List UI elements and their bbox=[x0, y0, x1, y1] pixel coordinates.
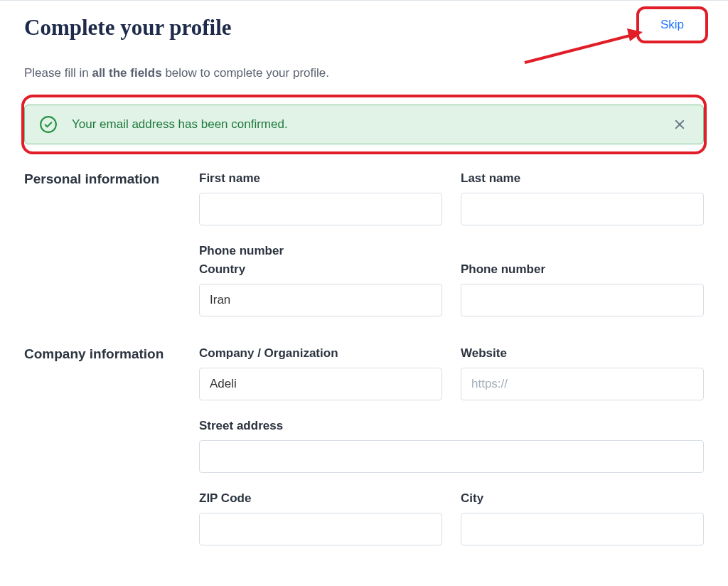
success-alert: Your email address has been confirmed. bbox=[24, 105, 704, 144]
first-name-label: First name bbox=[199, 171, 442, 186]
close-icon bbox=[673, 118, 686, 131]
skip-button[interactable]: Skip bbox=[641, 11, 704, 39]
zip-code-label: ZIP Code bbox=[199, 491, 442, 506]
check-circle-icon bbox=[39, 115, 58, 134]
company-input[interactable] bbox=[199, 368, 442, 400]
website-input[interactable] bbox=[461, 368, 704, 400]
city-input[interactable] bbox=[461, 513, 704, 545]
subheading-prefix: Please fill in bbox=[24, 66, 92, 80]
subheading-bold: all the fields bbox=[92, 66, 161, 80]
phone-number-label: Phone number bbox=[461, 262, 704, 277]
subheading-suffix: below to complete your profile. bbox=[162, 66, 329, 80]
svg-point-2 bbox=[41, 117, 56, 132]
page-title: Complete your profile bbox=[24, 15, 232, 41]
last-name-input[interactable] bbox=[461, 193, 704, 225]
section-title-personal: Personal information bbox=[24, 171, 199, 316]
zip-code-input[interactable] bbox=[199, 513, 442, 545]
country-label: Country bbox=[199, 262, 442, 277]
phone-group-label: Phone number bbox=[199, 244, 704, 258]
city-label: City bbox=[461, 491, 704, 506]
street-address-input[interactable] bbox=[199, 440, 704, 473]
last-name-label: Last name bbox=[461, 171, 704, 186]
section-title-company: Company information bbox=[24, 346, 199, 545]
subheading: Please fill in all the fields below to c… bbox=[24, 66, 704, 80]
street-address-label: Street address bbox=[199, 419, 704, 433]
alert-message: Your email address has been confirmed. bbox=[72, 117, 670, 132]
close-alert-button[interactable] bbox=[670, 115, 689, 134]
country-input[interactable] bbox=[199, 284, 442, 316]
website-label: Website bbox=[461, 346, 704, 361]
company-label: Company / Organization bbox=[199, 346, 442, 361]
phone-number-input[interactable] bbox=[461, 284, 704, 316]
first-name-input[interactable] bbox=[199, 193, 442, 225]
